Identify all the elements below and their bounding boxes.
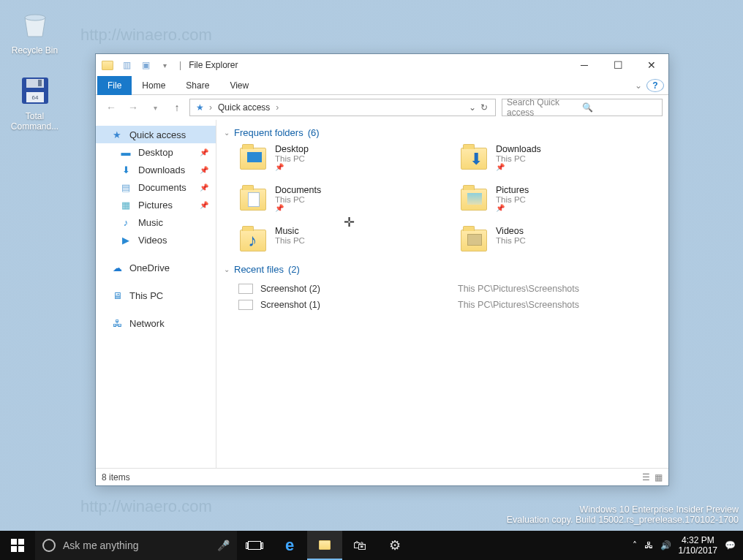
search-placeholder: Search Quick access [507,97,582,118]
taskbar[interactable]: Ask me anything 🎤 e 🛍 ⚙ ˄ 🖧 🔊 4:32 PM 1/… [0,531,743,560]
pin-icon: 📌 [200,166,208,174]
folder-item-music[interactable]: ♪ MusicThis PC [238,226,445,255]
refresh-button[interactable]: ↻ [480,102,488,113]
up-button[interactable]: ↑ [167,98,186,117]
maximize-button[interactable]: ☐ [601,54,635,76]
folder-item-documents[interactable]: DocumentsThis PC📌 [238,185,445,214]
action-center-button[interactable]: 💬 [725,540,736,550]
cortana-icon [42,539,56,552]
svg-rect-7 [18,539,24,545]
tray-volume-icon[interactable]: 🔊 [660,540,671,550]
taskbar-app-edge[interactable]: e [272,531,307,560]
desktop-icon-label: Total Command... [11,111,59,132]
tree-label: Documents [138,182,186,193]
downloads-icon: ⬇ [119,163,132,176]
tray-overflow-button[interactable]: ˄ [633,540,637,550]
minimize-button[interactable]: ─ [567,54,601,76]
recent-file-name: Screenshot (2) [260,284,450,294]
tree-network[interactable]: 🖧Network [96,314,216,332]
qat-properties-icon[interactable]: ▥ [119,58,134,72]
tray-network-icon[interactable]: 🖧 [644,540,653,550]
folder-item-downloads[interactable]: ⬇ DownloadsThis PC📌 [459,144,665,173]
tree-item-documents[interactable]: ▤Documents📌 [96,178,216,196]
back-button[interactable]: ← [102,98,121,117]
pin-icon: 📌 [496,204,529,212]
folder-name: Documents [275,185,321,195]
folder-name: Pictures [496,185,529,195]
image-file-icon [238,284,253,294]
task-view-button[interactable] [237,531,272,560]
mic-icon[interactable]: 🎤 [217,540,230,551]
forward-button[interactable]: → [124,98,143,117]
recent-locations-button[interactable]: ▾ [146,98,165,117]
recent-file-row[interactable]: Screenshot (2) This PC\Pictures\Screensh… [219,281,665,297]
address-bar[interactable]: ★ › Quick access › ⌄ ↻ [189,99,496,116]
section-recent-files[interactable]: ⌄ Recent files (2) [219,261,665,281]
folder-item-pictures[interactable]: PicturesThis PC📌 [459,185,665,214]
recent-file-row[interactable]: Screenshot (1) This PC\Pictures\Screensh… [219,297,665,313]
tree-onedrive[interactable]: ☁OneDrive [96,259,216,276]
view-details-button[interactable]: ☰ [642,472,650,483]
search-box[interactable]: Search Quick access 🔍 [502,99,663,116]
taskbar-search[interactable]: Ask me anything 🎤 [35,531,237,560]
content-pane[interactable]: ⌄ Frequent folders (6) DesktopThis PC📌 ⬇… [216,120,668,468]
folder-location: This PC [275,154,309,163]
breadcrumb-quick-access[interactable]: Quick access [215,102,273,113]
pin-icon: 📌 [275,163,309,171]
taskbar-app-settings[interactable]: ⚙ [377,531,412,560]
recent-file-path: This PC\Pictures\Screenshots [458,284,579,294]
taskbar-clock[interactable]: 4:32 PM 1/10/2017 [679,535,717,556]
svg-rect-6 [11,539,17,545]
tab-view[interactable]: View [219,76,259,95]
tree-label: Downloads [138,164,185,175]
pin-icon: 📌 [200,201,208,209]
tree-label: Network [129,318,165,329]
tab-file[interactable]: File [97,76,132,95]
pin-icon: 📌 [496,163,541,171]
address-dropdown-icon[interactable]: ⌄ [469,102,476,113]
music-icon: ♪ [119,216,132,229]
qat-new-folder-icon[interactable]: ▣ [138,58,153,72]
folder-icon [238,144,268,173]
nav-toolbar: ← → ▾ ↑ ★ › Quick access › ⌄ ↻ Search Qu… [96,95,668,120]
tree-label: Quick access [129,129,186,140]
folder-icon [459,226,489,255]
desktop-build-info: Windows 10 Enterprise Insider Preview Ev… [507,504,739,525]
tab-home[interactable]: Home [132,76,176,95]
tree-item-desktop[interactable]: ▬Desktop📌 [96,143,216,161]
pictures-icon: ▦ [119,198,132,211]
qat-dropdown-icon[interactable]: ▾ [157,58,172,72]
start-button[interactable] [0,531,35,560]
thispc-icon: 🖥 [110,289,124,302]
close-button[interactable]: ✕ [635,54,668,76]
section-count: (2) [288,264,300,275]
tree-this-pc[interactable]: 🖥This PC [96,287,216,304]
ribbon-expand-icon[interactable]: ⌄ [635,80,642,91]
title-bar[interactable]: ▥ ▣ ▾ | File Explorer ─ ☐ ✕ [96,54,668,76]
tree-item-music[interactable]: ♪Music [96,213,216,231]
folder-item-videos[interactable]: VideosThis PC [459,226,665,255]
taskbar-app-store[interactable]: 🛍 [342,531,377,560]
view-large-icons-button[interactable]: ▦ [655,472,663,483]
help-button[interactable]: ? [646,79,664,92]
tree-item-pictures[interactable]: ▦Pictures📌 [96,196,216,213]
folder-item-desktop[interactable]: DesktopThis PC📌 [238,144,445,173]
tree-label: OneDrive [129,262,170,273]
onedrive-icon: ☁ [110,261,124,274]
network-icon: 🖧 [110,317,124,330]
desktop-icon-total-commander[interactable]: 64 Total Command... [7,73,62,132]
desktop-icon-recycle-bin[interactable]: Recycle Bin [7,7,62,56]
folder-name: Desktop [275,144,309,154]
pin-icon: 📌 [275,204,321,212]
tree-quick-access[interactable]: ★ Quick access [96,126,216,143]
navigation-tree: ★ Quick access ▬Desktop📌 ⬇Downloads📌 ▤Do… [96,120,216,468]
desktop-icon-label: Recycle Bin [12,45,58,56]
taskbar-app-file-explorer[interactable] [307,531,342,560]
section-frequent-folders[interactable]: ⌄ Frequent folders (6) [219,124,665,144]
svg-rect-8 [11,546,17,552]
tree-item-videos[interactable]: ▶Videos [96,231,216,249]
image-file-icon [238,300,253,310]
tree-item-downloads[interactable]: ⬇Downloads📌 [96,161,216,178]
tab-share[interactable]: Share [176,76,219,95]
pin-icon: 📌 [200,183,208,192]
